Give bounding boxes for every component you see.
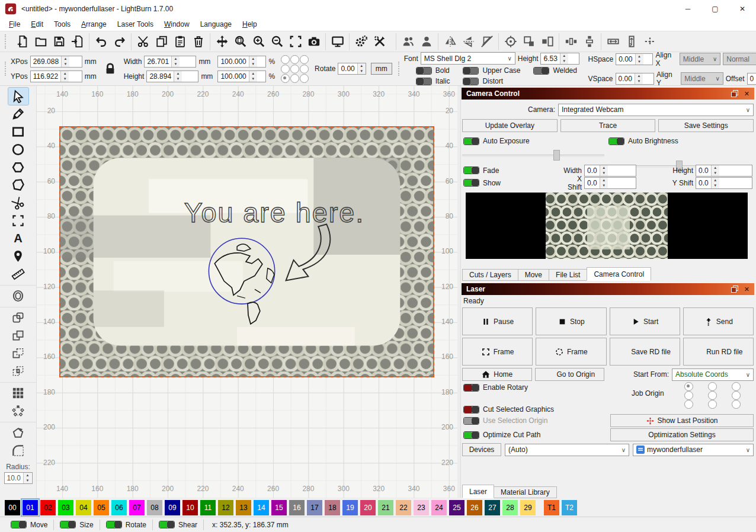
import-button[interactable]: [68, 33, 87, 50]
03-layer-swatch[interactable]: 03: [58, 500, 73, 515]
laser-tab[interactable]: Laser: [462, 485, 494, 498]
run-rd-file-button[interactable]: Run RD file: [683, 338, 754, 366]
anchor-point[interactable]: [281, 65, 290, 73]
paste-button[interactable]: [171, 33, 189, 50]
zoom-in-button[interactable]: [249, 33, 268, 50]
menu-item-arrange[interactable]: Arrange: [76, 19, 112, 30]
update-overlay-button[interactable]: Update Overlay: [462, 119, 558, 132]
devices-button[interactable]: Devices: [462, 443, 501, 456]
go-to-origin-button[interactable]: Go to Origin: [535, 368, 605, 381]
copy-button[interactable]: [152, 33, 171, 50]
offset-tool[interactable]: [8, 287, 28, 305]
cut-button[interactable]: [134, 33, 152, 50]
position-laser-tool[interactable]: [8, 248, 28, 265]
optimize-cut-path-toggle[interactable]: Optimize Cut Path: [463, 431, 540, 439]
text-style-dropdown[interactable]: Normal∨: [723, 53, 756, 65]
zoom-page-button[interactable]: [231, 33, 249, 50]
menu-item-file[interactable]: File: [4, 19, 25, 30]
lock-aspect-icon[interactable]: [104, 61, 117, 76]
06-layer-swatch[interactable]: 06: [111, 500, 127, 515]
optimization-settings-button[interactable]: Optimization Settings: [610, 428, 754, 441]
ungroup-button[interactable]: [417, 33, 435, 50]
save-rd-file-button[interactable]: Save RD file: [610, 338, 680, 366]
cuts-layers-tab[interactable]: Cuts / Layers: [462, 269, 518, 281]
overlay-text-object[interactable]: You are here.: [184, 198, 364, 229]
measure-tool[interactable]: [8, 265, 28, 283]
float-panel-icon[interactable]: [731, 286, 738, 293]
home-button[interactable]: Home: [462, 368, 532, 381]
shear-status-toggle[interactable]: Shear: [153, 520, 204, 530]
radius-field[interactable]: 10.0▲▼: [4, 472, 33, 484]
width-percent-field[interactable]: 100.000▲▼: [217, 56, 266, 68]
job-origin-radio[interactable]: [708, 382, 717, 391]
italic-toggle[interactable]: Italic: [416, 77, 450, 85]
boolean-intersect-tool[interactable]: [8, 363, 28, 380]
anchor-point[interactable]: [281, 55, 290, 64]
start-from-dropdown[interactable]: Absolute Coords∨: [672, 368, 754, 381]
26-layer-swatch[interactable]: 26: [467, 500, 482, 515]
enable-rotary-toggle[interactable]: Enable Rotary: [463, 383, 528, 392]
job-origin-radio[interactable]: [684, 391, 693, 400]
anchor-point[interactable]: [290, 74, 299, 83]
xpos-field[interactable]: 269.088▲▼: [30, 56, 82, 68]
ellipse-tool[interactable]: [8, 141, 28, 158]
09-layer-swatch[interactable]: 09: [165, 500, 180, 515]
rectangle-tool[interactable]: [8, 123, 28, 140]
auto-exposure-toggle[interactable]: Auto Exposure: [463, 137, 608, 145]
start-point-tool[interactable]: [8, 424, 28, 441]
19-layer-swatch[interactable]: 19: [342, 500, 358, 515]
size-status-toggle[interactable]: Size: [54, 520, 100, 530]
overlay-height-field[interactable]: 0.0▲▼: [696, 165, 752, 177]
job-origin-radio-selected[interactable]: [684, 382, 693, 391]
ypos-field[interactable]: 116.922▲▼: [30, 70, 82, 82]
width-field[interactable]: 26.701▲▼: [144, 56, 196, 68]
move-absolute-button[interactable]: [640, 33, 659, 50]
25-layer-swatch[interactable]: 25: [449, 500, 465, 515]
13-layer-swatch[interactable]: 13: [236, 500, 251, 515]
28-layer-swatch[interactable]: 28: [502, 500, 518, 515]
snip-tool[interactable]: [8, 194, 28, 211]
anchor-point[interactable]: [290, 55, 299, 64]
02-layer-swatch[interactable]: 02: [40, 500, 56, 515]
t1-layer-swatch[interactable]: T1: [544, 500, 559, 515]
align-edges-button[interactable]: [538, 33, 556, 50]
port-dropdown[interactable]: (Auto)∨: [505, 444, 629, 456]
align-shapes-button[interactable]: [520, 33, 538, 50]
yshift-field[interactable]: 0.0▲▼: [696, 177, 752, 189]
menu-item-laser-tools[interactable]: Laser Tools: [112, 19, 159, 30]
redo-button[interactable]: [110, 33, 129, 50]
send-button[interactable]: Send: [683, 307, 754, 335]
frame-button[interactable]: Frame: [536, 338, 606, 366]
anchor-point[interactable]: [300, 74, 309, 83]
move-status-toggle[interactable]: Move: [5, 520, 54, 530]
camera-overlay-image[interactable]: You are here.: [59, 126, 434, 377]
laser-panel-titlebar[interactable]: Laser ✕: [462, 283, 754, 295]
job-origin-radio[interactable]: [732, 382, 741, 391]
bold-toggle[interactable]: Bold: [416, 66, 450, 75]
menu-item-tools[interactable]: Tools: [49, 19, 76, 30]
material-library-tab[interactable]: Material Library: [494, 486, 557, 498]
undo-button[interactable]: [92, 33, 110, 50]
menu-item-edit[interactable]: Edit: [25, 19, 49, 30]
job-origin-radio[interactable]: [708, 400, 717, 409]
pause-button[interactable]: Pause: [462, 307, 533, 335]
uppercase-toggle[interactable]: Upper Case: [463, 66, 520, 75]
boolean-subtract-tool[interactable]: [8, 345, 28, 362]
29-layer-swatch[interactable]: 29: [520, 500, 536, 515]
menu-item-window[interactable]: Window: [159, 19, 195, 30]
alignx-dropdown[interactable]: Middle∨: [680, 53, 720, 65]
job-origin-radio[interactable]: [732, 400, 741, 409]
07-layer-swatch[interactable]: 07: [129, 500, 145, 515]
anchor-point[interactable]: [300, 55, 309, 64]
distribute-h-button[interactable]: [562, 33, 580, 50]
21-layer-swatch[interactable]: 21: [378, 500, 393, 515]
delete-button[interactable]: [189, 33, 207, 50]
show-toggle[interactable]: Show: [463, 179, 562, 187]
08-layer-swatch[interactable]: 08: [147, 500, 162, 515]
trace-button[interactable]: Trace: [560, 119, 656, 132]
auto-brightness-toggle[interactable]: Auto Brightness: [608, 137, 678, 145]
camera-panel-titlebar[interactable]: Camera Control ✕: [462, 88, 754, 100]
fillet-tool[interactable]: [8, 442, 28, 459]
anchor-point[interactable]: [300, 65, 309, 73]
polygon-tool[interactable]: [8, 159, 28, 176]
